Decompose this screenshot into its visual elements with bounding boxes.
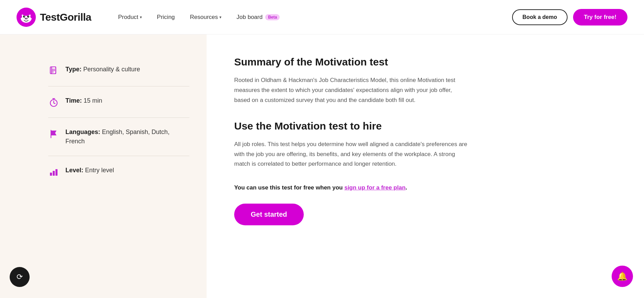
try-free-button[interactable]: Try for free! <box>573 9 627 25</box>
chart-icon <box>48 166 59 177</box>
svg-rect-13 <box>52 67 56 74</box>
use-text: All job roles. This test helps you deter… <box>234 140 468 169</box>
nav-cta-area: Book a demo Try for free! <box>512 9 627 25</box>
detail-time-value: 15 min <box>84 97 102 104</box>
chat-icon: ⟳ <box>17 273 23 281</box>
support-icon: 🔔 <box>617 271 627 281</box>
nav-product[interactable]: Product ▾ <box>112 11 148 23</box>
svg-rect-24 <box>53 171 55 176</box>
get-started-button[interactable]: Get started <box>234 204 304 225</box>
detail-type-value: Personality & culture <box>83 66 140 73</box>
chevron-down-icon: ▾ <box>140 15 142 20</box>
main-content: Summary of the Motivation test Rooted in… <box>207 34 644 298</box>
summary-title: Summary of the Motivation test <box>234 55 616 69</box>
svg-point-11 <box>22 10 30 16</box>
main-nav: TestGorilla Product ▾ Pricing Resources … <box>0 0 644 34</box>
free-plan-prefix: You can use this test for free when you <box>234 184 343 191</box>
detail-time: Time: 15 min <box>48 86 189 118</box>
svg-point-4 <box>23 16 25 18</box>
svg-point-5 <box>27 16 29 18</box>
beta-badge: Beta <box>265 14 280 20</box>
logo-text: TestGorilla <box>40 11 91 23</box>
detail-time-label: Time: <box>65 97 84 104</box>
detail-type-text: Type: Personality & culture <box>65 65 140 74</box>
svg-rect-25 <box>55 169 58 176</box>
svg-rect-23 <box>50 173 52 176</box>
detail-level-text: Level: Entry level <box>65 166 114 175</box>
detail-languages: Languages: English, Spanish, Dutch, Fren… <box>48 118 189 156</box>
nav-job-board-label: Job board <box>237 14 263 21</box>
timer-icon <box>48 97 59 108</box>
summary-text: Rooted in Oldham & Hackman's Job Charact… <box>234 75 468 105</box>
svg-rect-12 <box>50 67 56 74</box>
nav-resources[interactable]: Resources ▾ <box>184 11 228 23</box>
svg-line-19 <box>54 103 55 104</box>
svg-point-7 <box>28 16 29 17</box>
flag-icon <box>48 128 59 139</box>
detail-languages-text: Languages: English, Spanish, Dutch, Fren… <box>65 127 189 146</box>
page-body: Type: Personality & culture Time: 15 min <box>0 34 644 298</box>
svg-point-2 <box>19 15 22 18</box>
free-plan-text: You can use this test for free when you … <box>234 183 468 192</box>
book-demo-button[interactable]: Book a demo <box>512 9 567 25</box>
details-panel: Type: Personality & culture Time: 15 min <box>28 34 207 298</box>
detail-level-value: Entry level <box>85 167 114 174</box>
free-plan-period: . <box>406 184 407 191</box>
free-plan-link[interactable]: sign up for a free plan <box>344 184 406 191</box>
svg-point-6 <box>24 16 25 17</box>
left-sidebar <box>0 34 28 298</box>
detail-level-label: Level: <box>65 167 85 174</box>
nav-links: Product ▾ Pricing Resources ▾ Job board … <box>112 11 512 23</box>
nav-pricing[interactable]: Pricing <box>151 11 181 23</box>
chat-widget[interactable]: ⟳ <box>10 267 30 287</box>
support-widget[interactable]: 🔔 <box>612 266 633 287</box>
logo-icon <box>17 8 36 27</box>
document-icon <box>48 65 59 76</box>
detail-type: Type: Personality & culture <box>48 55 189 86</box>
nav-job-board[interactable]: Job board Beta <box>230 11 286 23</box>
logo[interactable]: TestGorilla <box>17 8 91 27</box>
svg-point-9 <box>25 18 26 19</box>
detail-level: Level: Entry level <box>48 156 189 187</box>
detail-time-text: Time: 15 min <box>65 96 102 105</box>
use-title: Use the Motivation test to hire <box>234 119 616 133</box>
nav-resources-label: Resources <box>190 14 218 21</box>
chevron-down-icon-2: ▾ <box>219 15 221 20</box>
detail-type-label: Type: <box>65 66 83 73</box>
nav-pricing-label: Pricing <box>157 14 175 21</box>
detail-languages-label: Languages: <box>65 129 102 135</box>
nav-product-label: Product <box>118 14 138 21</box>
svg-point-3 <box>30 15 34 18</box>
svg-point-10 <box>27 18 28 19</box>
